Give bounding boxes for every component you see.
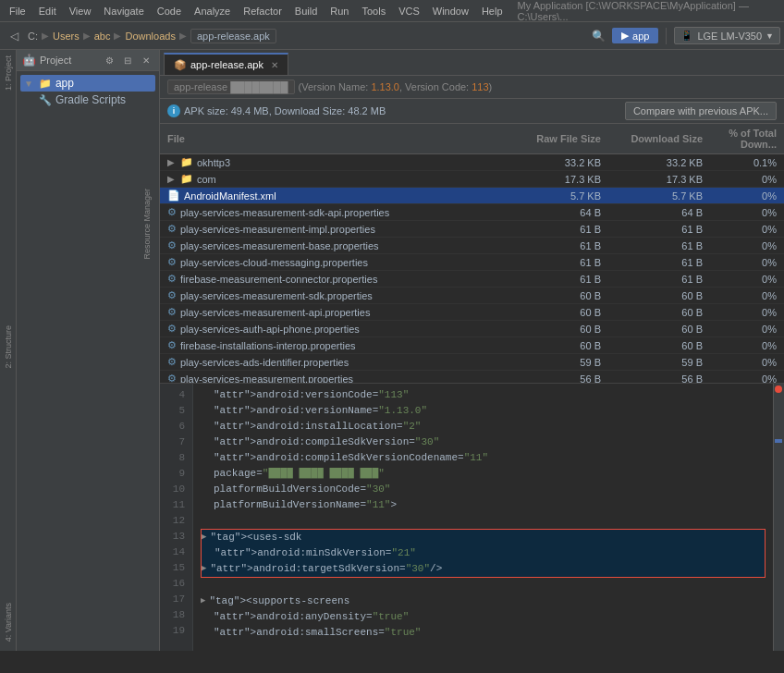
menu-refactor[interactable]: Refactor	[238, 4, 288, 18]
raw-size: 61 B	[508, 224, 601, 235]
expand-icon: ▶	[167, 174, 175, 184]
version-name-value: 1.13.0	[371, 81, 399, 92]
table-row[interactable]: ⚙ play-services-ads-identifier.propertie…	[160, 354, 784, 371]
menu-tools[interactable]: Tools	[356, 4, 391, 18]
dl-size: 56 B	[601, 373, 703, 384]
table-row[interactable]: ⚙ play-services-auth-api-phone.propertie…	[160, 321, 784, 337]
file-name-cell: ⚙ play-services-cloud-messaging.properti…	[167, 256, 508, 268]
tab-apk[interactable]: 📦 app-release.apk ✕	[164, 53, 288, 75]
raw-size: 64 B	[508, 207, 601, 218]
toolbar-back-btn[interactable]: ◁	[4, 26, 24, 46]
run-button[interactable]: ▶ app	[612, 28, 658, 43]
line-number: 7	[167, 434, 185, 450]
file-name-cell: ⚙ play-services-measurement-base.propert…	[167, 239, 508, 251]
fold-arrow[interactable]: ▶	[202, 561, 206, 577]
menu-code[interactable]: Code	[152, 4, 187, 18]
line-number: 12	[167, 513, 185, 529]
menu-navigate[interactable]: Navigate	[98, 4, 149, 18]
tab-bar: 📦 app-release.apk ✕	[160, 50, 784, 76]
expand-icon: ▼	[24, 79, 33, 89]
pct-value: 0%	[703, 307, 777, 318]
breadcrumb-apk[interactable]: app-release.apk	[190, 29, 276, 43]
menu-file[interactable]: File	[4, 4, 31, 18]
menu-view[interactable]: View	[64, 4, 97, 18]
line-number: 15	[167, 560, 185, 576]
pct-value: 0%	[703, 357, 777, 368]
pct-value: 0%	[703, 373, 777, 384]
folder-icon: 📁	[180, 173, 193, 185]
breadcrumb-abc[interactable]: abc	[94, 31, 111, 42]
table-row[interactable]: 📄 AndroidManifest.xml 5.7 KB 5.7 KB 0%	[160, 188, 784, 204]
breadcrumb-downloads[interactable]: Downloads	[125, 31, 175, 42]
apk-version-bar: app-release ████████ (Version Name: 1.13…	[160, 76, 784, 99]
code-content: 45678910111213141516171819 "attr">androi…	[160, 384, 784, 651]
project-settings-btn[interactable]: ⚙	[102, 53, 116, 67]
dl-size: 61 B	[601, 224, 703, 235]
resource-manager-label[interactable]: Resource Manager	[141, 185, 153, 263]
dl-size: 60 B	[601, 324, 703, 335]
code-line: "attr">android:anyDensity="true"	[201, 609, 766, 625]
line-number: 18	[167, 607, 185, 623]
table-row[interactable]: ⚙ play-services-measurement.properties 5…	[160, 371, 784, 383]
table-row[interactable]: ⚙ play-services-cloud-messaging.properti…	[160, 254, 784, 271]
tree-item-gradle[interactable]: 🔧 Gradle Scripts	[20, 92, 155, 108]
table-row[interactable]: ⚙ play-services-measurement-base.propert…	[160, 238, 784, 254]
menu-vcs[interactable]: VCS	[393, 4, 425, 18]
file-name: AndroidManifest.xml	[184, 190, 276, 202]
file-name-cell: ⚙ play-services-measurement.properties	[167, 373, 508, 383]
raw-size: 17.3 KB	[508, 174, 601, 185]
project-panel-header: 🤖 Project ⚙ ⊟ ✕	[17, 50, 159, 71]
fold-arrow[interactable]: ▶	[201, 593, 205, 609]
sidebar-variants-label[interactable]: 4: Variants	[2, 599, 15, 645]
file-name: play-services-measurement-api.properties	[180, 307, 370, 318]
table-row[interactable]: ⚙ play-services-measurement-sdk-api.prop…	[160, 204, 784, 221]
dl-size: 33.2 KB	[601, 157, 703, 168]
toolbar-search-btn[interactable]: 🔍	[588, 26, 608, 46]
file-name: play-services-auth-api-phone.properties	[180, 324, 360, 335]
compare-btn[interactable]: Compare with previous APK...	[625, 102, 777, 120]
table-row[interactable]: ⚙ play-services-measurement-api.properti…	[160, 304, 784, 321]
android-icon: 🤖	[22, 54, 36, 67]
sidebar-structure-label[interactable]: 2: Structure	[2, 322, 15, 373]
apk-file-icon: 📦	[174, 59, 187, 71]
tab-close-btn[interactable]: ✕	[271, 60, 278, 70]
code-lines[interactable]: "attr">android:versionCode="113" "attr">…	[193, 384, 773, 651]
tree-item-app[interactable]: ▼ 📁 app	[20, 75, 155, 92]
menu-help[interactable]: Help	[476, 4, 508, 18]
pct-value: 0%	[703, 290, 777, 301]
file-name-cell: ⚙ play-services-measurement-api.properti…	[167, 306, 508, 318]
breadcrumb-users[interactable]: Users	[53, 31, 80, 42]
menu-run[interactable]: Run	[325, 4, 354, 18]
prop-file-icon: ⚙	[167, 356, 177, 368]
dl-size: 61 B	[601, 274, 703, 285]
code-line: package="████ ████ ████ ███"	[201, 466, 766, 482]
device-selector[interactable]: 📱 LGE LM-V350 ▼	[674, 27, 780, 44]
table-row[interactable]: ⚙ firebase-measurement-connector.propert…	[160, 271, 784, 288]
line-number: 11	[167, 497, 185, 513]
table-row[interactable]: ⚙ firebase-installations-interop.propert…	[160, 337, 784, 354]
menu-analyze[interactable]: Analyze	[189, 4, 236, 18]
table-row[interactable]: ▶📁 okhttp3 33.2 KB 33.2 KB 0.1%	[160, 154, 784, 171]
apk-name-display: app-release ████████	[167, 80, 295, 94]
right-sidebar	[773, 384, 784, 651]
code-line: platformBuildVersionCode="30"	[201, 482, 766, 497]
menu-window[interactable]: Window	[427, 4, 474, 18]
table-row[interactable]: ⚙ play-services-measurement-impl.propert…	[160, 221, 784, 238]
menu-build[interactable]: Build	[289, 4, 323, 18]
menu-edit[interactable]: Edit	[33, 4, 62, 18]
sidebar-project-label[interactable]: 1: Project	[2, 52, 15, 94]
raw-size: 33.2 KB	[508, 157, 601, 168]
dl-size: 60 B	[601, 290, 703, 301]
dl-size: 59 B	[601, 357, 703, 368]
table-row[interactable]: ⚙ play-services-measurement-sdk.properti…	[160, 288, 784, 304]
device-icon: 📱	[680, 30, 693, 42]
toolbar: ◁ C: ▶ Users ▶ abc ▶ Downloads ▶ app-rel…	[0, 22, 784, 50]
project-filter-btn[interactable]: ⊟	[120, 53, 135, 67]
file-name: play-services-ads-identifier.properties	[180, 357, 349, 368]
file-name: okhttp3	[197, 157, 230, 168]
file-name-cell: ⚙ firebase-installations-interop.propert…	[167, 339, 508, 351]
fold-arrow[interactable]: ▶	[202, 530, 206, 545]
project-close-btn[interactable]: ✕	[139, 53, 153, 67]
code-line: ▶ "tag"><supports-screens	[201, 593, 766, 609]
table-row[interactable]: ▶📁 com 17.3 KB 17.3 KB 0%	[160, 171, 784, 188]
